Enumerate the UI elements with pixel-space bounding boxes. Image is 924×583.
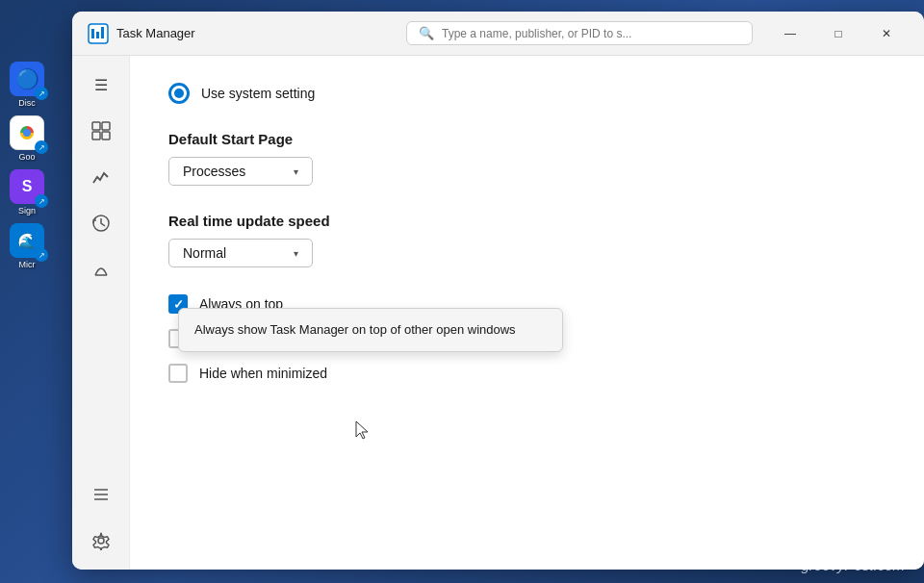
- sidebar-item-menu[interactable]: ☰: [80, 63, 122, 106]
- radio-use-system[interactable]: Use system setting: [168, 83, 746, 104]
- svg-point-1: [23, 129, 31, 137]
- badge-arrow-edge: ↗: [35, 248, 48, 262]
- sidebar-item-performance[interactable]: [80, 156, 122, 198]
- maximize-button[interactable]: □: [816, 18, 860, 49]
- tooltip: Always show Task Manager on top of other…: [178, 308, 563, 352]
- real-time-update-value: Normal: [183, 245, 226, 261]
- main-content: Use system setting Default Start Page Pr…: [130, 56, 924, 570]
- desktop: 🔵 Disc ↗ Goo ↗ S Sign ↗ 🌊 M: [0, 0, 924, 583]
- watermark: groovyPost.com: [801, 557, 905, 573]
- checkbox-hide-minimized-label: Hide when minimized: [199, 366, 327, 381]
- svg-rect-4: [96, 32, 99, 38]
- sidebar-item-startup[interactable]: [80, 248, 122, 291]
- window-body: ☰: [72, 56, 924, 570]
- search-bar[interactable]: 🔍: [406, 21, 753, 45]
- svg-rect-9: [102, 132, 110, 139]
- svg-rect-3: [91, 29, 94, 38]
- taskbar-icon-sign[interactable]: S Sign ↗: [0, 165, 54, 219]
- search-input[interactable]: [442, 27, 740, 40]
- taskbar-icon-chrome[interactable]: Goo ↗: [0, 112, 54, 165]
- search-icon: 🔍: [419, 26, 434, 40]
- taskbar-icon-chrome-label: Goo: [18, 152, 35, 162]
- real-time-update-heading: Real time update speed: [168, 213, 746, 229]
- task-manager-window: Task Manager 🔍 — □ ✕ ☰: [72, 12, 924, 570]
- tooltip-text: Always show Task Manager on top of other…: [194, 322, 516, 337]
- app-icon: [88, 23, 109, 44]
- real-time-update-dropdown[interactable]: Normal ▾: [168, 239, 313, 267]
- window-controls: — □ ✕: [768, 18, 909, 49]
- svg-rect-6: [92, 122, 100, 130]
- taskbar-icon-edge-label: Micr: [19, 260, 36, 269]
- sidebar-item-settings[interactable]: [80, 520, 122, 562]
- taskbar-left: 🔵 Disc ↗ Goo ↗ S Sign ↗ 🌊 M: [0, 0, 65, 583]
- svg-rect-8: [92, 132, 100, 139]
- dropdown-arrow-update: ▾: [294, 248, 298, 259]
- close-button[interactable]: ✕: [864, 18, 909, 49]
- dropdown-arrow-start-page: ▾: [294, 166, 298, 177]
- taskbar-icon-disc[interactable]: 🔵 Disc ↗: [0, 58, 54, 112]
- default-start-page-heading: Default Start Page: [168, 131, 746, 147]
- sidebar-item-processes[interactable]: [80, 110, 122, 152]
- title-bar: Task Manager 🔍 — □ ✕: [72, 12, 924, 56]
- sidebar: ☰: [72, 56, 130, 570]
- minimize-button[interactable]: —: [768, 18, 812, 49]
- badge-arrow-sign: ↗: [35, 194, 48, 208]
- svg-rect-5: [101, 27, 104, 38]
- svg-rect-7: [102, 122, 110, 130]
- taskbar-icon-edge[interactable]: 🌊 Micr ↗: [0, 219, 54, 273]
- taskbar-icon-sign-label: Sign: [18, 206, 36, 215]
- default-start-page-dropdown[interactable]: Processes ▾: [168, 157, 313, 186]
- checkbox-hide-minimized-row: Hide when minimized: [168, 364, 746, 383]
- taskbar-icon-disc-label: Disc: [18, 98, 36, 108]
- default-start-page-value: Processes: [183, 164, 245, 179]
- radio-label-system: Use system setting: [201, 86, 315, 101]
- mouse-cursor: [354, 419, 372, 441]
- sidebar-item-list[interactable]: [80, 473, 122, 516]
- svg-point-15: [98, 538, 104, 544]
- radio-circle-system[interactable]: [168, 83, 190, 104]
- sidebar-item-history[interactable]: [80, 202, 122, 244]
- window-title: Task Manager: [116, 26, 398, 40]
- badge-arrow-chrome: ↗: [35, 140, 48, 154]
- badge-arrow-disc: ↗: [35, 87, 48, 100]
- checkbox-hide-minimized[interactable]: [168, 364, 188, 383]
